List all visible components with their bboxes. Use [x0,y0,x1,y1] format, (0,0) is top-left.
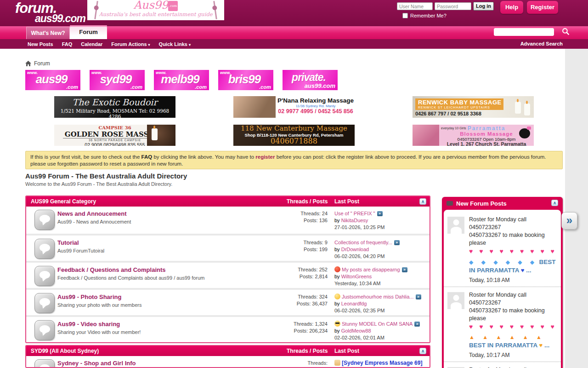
hearts-row: ♥ ♥ ♥ ♥ ♥ ♥ ♥ ♥ ♥ [469,322,557,331]
last-post-link[interactable]: Collections of frequently... [334,240,392,245]
forum-desc: Feedback / Questions and Complaints abou… [57,275,204,281]
register-button[interactable]: Register [527,1,558,14]
remember-me[interactable]: Remember Me? [402,13,447,18]
threads-count: Threads: 324 [254,293,328,300]
last-post-link[interactable]: Stunny MODEL On CAM SANA [342,321,413,327]
search-button[interactable] [561,28,570,37]
collapse-button[interactable]: ∧ [551,200,558,206]
nav-quick-links[interactable]: Quick Links▾ [159,41,191,47]
header-banner-ad[interactable]: Aus99.com Australia's best adult enterta… [87,0,224,20]
ad-renwick-baby-massage[interactable]: RENWICK BABY MASSAGE RENWICK ST LEICHHAR… [413,96,534,118]
ad-blossom-massage[interactable]: everyday 10 Girls Parramatta Blossom Mas… [413,125,534,146]
ad-pnana-massage[interactable]: P'Nana Relaxing Massage 11/36 Sydney Rd.… [233,96,355,118]
forum-title[interactable]: Sydney - Shop and Girl Info [57,360,136,367]
last-post-link[interactable]: [Sydney Empress Massage 69] [342,360,422,366]
speech-bubble-icon [447,201,453,206]
nav-new-posts[interactable]: New Posts [28,41,53,47]
category-title[interactable]: AUS99 General Category [31,198,96,205]
faq-link[interactable]: FAQ [141,154,153,160]
breadcrumb-forum[interactable]: Forum [34,60,50,67]
category-title[interactable]: SYD99 (All About Sydney) [31,348,99,354]
logo-bris99[interactable]: www. bris99 .com [218,70,273,90]
last-post-user[interactable]: NikitaDuesy [341,218,368,223]
last-post-user[interactable]: DrDownload [341,247,369,252]
forum-title[interactable]: Aus99 - Photo Sharing [57,293,121,300]
col-threads-posts: Threads / Posts [287,346,328,356]
logo-private-aus99[interactable]: private. aus99.com [283,70,338,90]
tab-whats-new[interactable]: What's New? [26,27,70,39]
logo-syd99[interactable]: www. syd99 .com [90,70,145,90]
forum-title[interactable]: Feedback / Questions and Complaints [57,266,166,273]
angry-face-icon [334,266,340,272]
sidebar-body: Roster for Monday call 0450723267 045073… [444,210,561,368]
last-post-link[interactable]: Use of " PREFIX " [334,211,375,216]
ad-photo [147,125,175,146]
search-icon [562,28,570,35]
forum-bubble-icon [34,210,55,230]
forum-title[interactable]: Aus99 - Video sharing [57,321,120,328]
search-input[interactable] [494,28,554,36]
nav-faq[interactable]: FAQ [62,41,73,47]
last-post-date: 27-01-2026, 10:25 PM [334,224,429,231]
home-icon[interactable] [25,61,31,66]
site-logo-row: www. aus99 .com www. syd99 .com www. mel… [25,70,338,90]
col-threads-posts: Threads / Posts [287,196,328,207]
register-link[interactable]: register [255,154,275,160]
forum-bubble-icon [34,359,55,368]
goto-last-post-icon[interactable]: » [402,267,407,272]
nav-forum-actions[interactable]: Forum Actions▾ [111,41,150,47]
banner-subtitle: Australia's best adult entertainment gui… [87,11,224,17]
password-input[interactable] [435,2,471,10]
logo-aus99[interactable]: www. aus99 .com [25,70,80,90]
help-button[interactable]: Help [500,1,523,14]
last-post-user[interactable]: WiltonGreens [341,274,372,279]
sidebar-expand-button[interactable]: » [561,212,577,230]
logo-melb99[interactable]: www. melb99 .com [154,70,209,90]
page-subtitle: Welcome to the Aus99 Forum - The Best Au… [25,181,172,187]
threads-count: Threads: 252 [254,266,328,273]
advanced-search-link[interactable]: Advanced Search [520,39,563,49]
forum-row-video-sharing: Aus99 - Video sharing Sharing your Video… [26,315,430,342]
login-button[interactable]: Log in [473,2,494,11]
remember-me-checkbox[interactable] [402,13,408,18]
last-post-date: 02-02-2026, 02:01 AM [334,334,429,341]
ad-photo [413,125,439,146]
goto-last-post-icon[interactable]: » [377,211,383,216]
forum-desc: Sharing your Video with our member! [57,329,141,335]
goto-last-post-icon[interactable]: » [394,240,400,245]
orange-heart-icon: ♥ [539,342,543,349]
last-post-user[interactable]: Leonardfdg [341,301,367,306]
avatar[interactable] [447,217,464,234]
flames-row: ▲ ▲ ▲ ▲ ▲ ▲ [469,334,545,340]
collapse-button[interactable]: ∧ [419,198,426,205]
goto-last-post-icon[interactable]: » [414,322,420,327]
nav-calendar[interactable]: Calendar [81,41,102,47]
posts-count: Posts: 199 [254,246,328,253]
threads-label: Threads: [254,360,328,367]
new-forum-posts-panel: New Forum Posts ∧ Roster for Monday call… [442,197,563,368]
ad-exotic-boudoir[interactable]: The Exotic Boudoir 1/521 Military Road, … [54,96,175,118]
username-input[interactable] [397,2,433,10]
last-post-link[interactable]: Justsomehourhoe miss Dahlia... [342,294,414,299]
last-post-link[interactable]: My posts are disappearng [342,267,400,272]
forum-row-tutorial: Tutorial Aus99 ForumTutoiral Threads: 9P… [26,234,430,261]
category-syd99: SYD99 (All About Sydney) Threads / Posts… [25,345,430,368]
forum-title[interactable]: Tutorial [57,239,79,246]
collapse-button[interactable]: ∧ [419,348,426,354]
candle-graphic [152,128,158,140]
col-last-post: Last Post [334,196,359,207]
ad-golden-rose-massage[interactable]: CAMPSIE 36 GOLDEN ROSE MASSAGE 36 NORTH … [54,125,175,146]
ad-118-canterbury-massage[interactable]: 118 New Canterbury Massage Shop B/118-12… [233,125,355,146]
last-post-user[interactable]: GoldMeow88 [341,328,371,334]
sidebar-post-link[interactable]: Roster for Monday call 0450723267 045073… [469,216,557,275]
site-logo-domain[interactable]: aus99.com [35,12,85,25]
tab-forum[interactable]: Forum [70,25,107,39]
col-last-post: Last Post [334,346,359,356]
chevron-down-icon: ▾ [148,43,150,47]
sidebar-post-link[interactable]: Roster for Monday call 0450723267 045073… [469,366,557,368]
forum-bubble-icon [34,293,55,313]
sidebar-post-link[interactable]: Roster for Monday call 0450723267 045073… [469,291,557,350]
forum-title[interactable]: News and Annoucement [57,210,126,217]
goto-last-post-icon[interactable]: » [416,294,421,299]
avatar[interactable] [447,292,464,309]
